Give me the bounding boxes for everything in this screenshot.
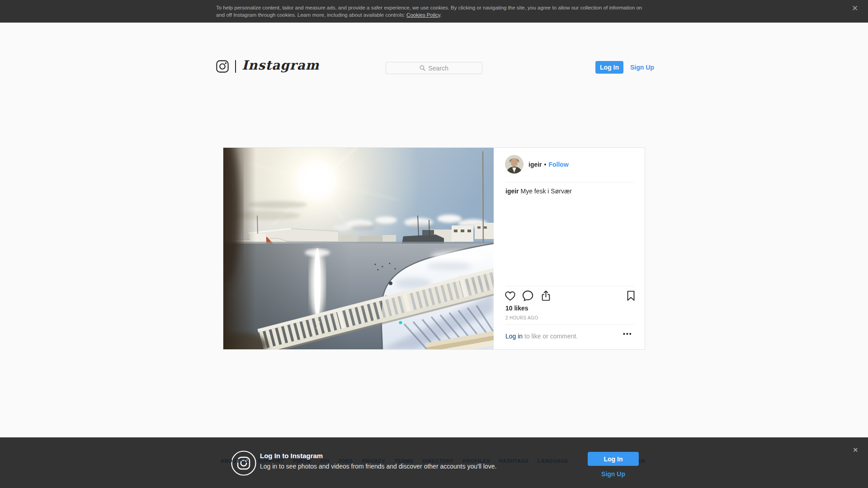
instagram-wordmark: Instagram <box>242 58 319 73</box>
footer-link-about[interactable]: ABOUT US <box>221 458 249 464</box>
more-options-icon[interactable]: ••• <box>623 330 632 338</box>
footer-link-jobs[interactable]: JOBS <box>338 458 353 464</box>
footer-link-hashtags[interactable]: HASHTAGS <box>499 458 529 464</box>
caption-text: Mye fesk i Sørvær <box>520 188 572 195</box>
likes-count[interactable]: 10 likes <box>505 305 528 312</box>
banner-signup-link[interactable]: Sign Up <box>588 470 639 478</box>
header-signup-link[interactable]: Sign Up <box>630 64 654 71</box>
search-box[interactable]: Search <box>386 62 482 74</box>
bookmark-icon[interactable] <box>625 290 637 302</box>
brand-divider <box>235 60 236 73</box>
footer-link-privacy[interactable]: PRIVACY <box>362 458 385 464</box>
search-input[interactable] <box>386 62 482 74</box>
footer-link-profiles[interactable]: PROFILES <box>463 458 490 464</box>
cookie-text-line2: Instagram through cookies. Learn more, i… <box>233 12 405 18</box>
comment-icon[interactable] <box>522 290 534 302</box>
instagram-logged-out-post-page: To help personalize content, tailor and … <box>0 0 868 488</box>
cookies-policy-link[interactable]: Cookies Policy <box>406 12 440 18</box>
banner-subtitle: Log in to see photos and videos from fri… <box>260 463 496 470</box>
post-side-panel: igeir • Follow igeir Mye fesk i Sørvær <box>494 148 645 349</box>
banner-login-button[interactable]: Log In <box>588 452 639 466</box>
top-navigation: Instagram Search Log In Sign Up <box>0 23 868 69</box>
avatar-image <box>505 155 524 174</box>
login-link[interactable]: Log in <box>505 333 523 340</box>
bottom-login-banner: ABOUT US SUPPORT PRESS API JOBS PRIVACY … <box>0 437 868 488</box>
share-icon[interactable] <box>540 290 552 302</box>
like-heart-icon[interactable] <box>504 290 516 302</box>
timestamp: 2 HOURS AGO <box>505 315 538 320</box>
post-card: igeir • Follow igeir Mye fesk i Sørvær <box>223 147 645 350</box>
teal-dot <box>399 321 402 324</box>
avatar[interactable] <box>505 155 524 174</box>
banner-close-icon[interactable]: ✕ <box>853 446 859 453</box>
banner-title: Log In to Instagram <box>260 452 323 460</box>
divider <box>505 182 635 183</box>
dot-separator: • <box>544 161 547 168</box>
footer-link-directory[interactable]: DIRECTORY <box>422 458 454 464</box>
post-photo <box>223 148 494 349</box>
header-login-button[interactable]: Log In <box>595 61 623 74</box>
cookie-text-period: . <box>440 12 442 18</box>
caption-username-link[interactable]: igeir <box>505 188 519 195</box>
instagram-camera-icon <box>216 60 229 73</box>
post-header-row: igeir • Follow <box>528 155 569 174</box>
instagram-home-link[interactable]: Instagram <box>216 60 319 73</box>
cookie-close-icon[interactable]: ✕ <box>852 5 858 12</box>
login-to-comment-row: Log in to like or comment. <box>505 333 578 340</box>
footer-link-terms[interactable]: TERMS <box>395 458 414 464</box>
username-link[interactable]: igeir <box>528 161 542 168</box>
login-rest-text: to like or comment. <box>524 333 578 340</box>
post-caption: igeir Mye fesk i Sørvær <box>505 187 635 195</box>
divider <box>505 286 635 286</box>
footer-link-language[interactable]: LANGUAGE <box>538 458 568 464</box>
cookie-banner: To help personalize content, tailor and … <box>0 0 868 23</box>
divider <box>505 324 635 325</box>
cookie-banner-text: To help personalize content, tailor and … <box>216 5 650 19</box>
follow-button[interactable]: Follow <box>548 161 568 168</box>
